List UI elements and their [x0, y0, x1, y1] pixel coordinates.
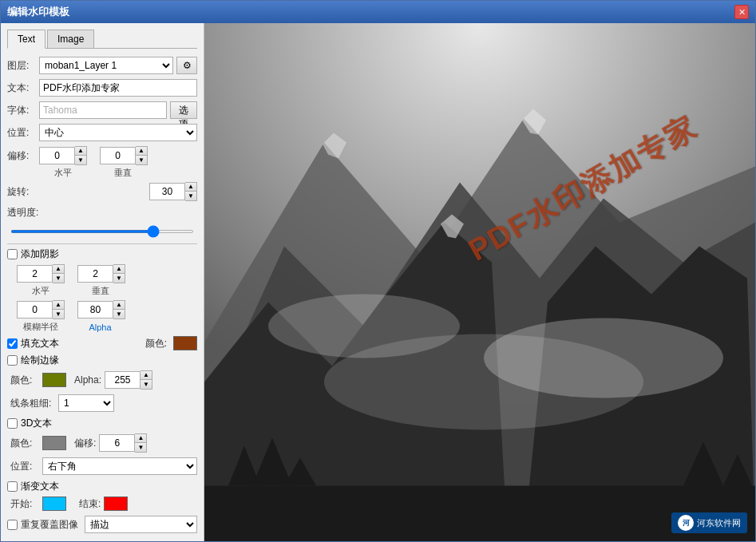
repeat-checkbox[interactable]: [7, 520, 18, 530]
shadow-h-down[interactable]: ▼: [53, 274, 64, 283]
gear-button[interactable]: ⚙: [176, 57, 197, 74]
3d-color-label: 颜色:: [10, 437, 42, 450]
shadow-blur-input[interactable]: [17, 301, 53, 318]
rotation-up[interactable]: ▲: [185, 183, 196, 192]
mountain-svg: [204, 23, 755, 541]
stroke-alpha-input[interactable]: [105, 371, 141, 389]
gradient-start-swatch[interactable]: [42, 497, 66, 511]
rotation-label: 旋转:: [7, 185, 39, 199]
stroke-alpha-up[interactable]: ▲: [141, 371, 152, 380]
offset-h-label: 水平: [39, 167, 86, 179]
3d-offset-spinner: ▲ ▼: [99, 433, 147, 453]
offset-h-down[interactable]: ▼: [75, 156, 86, 164]
text-label: 文本:: [7, 81, 39, 95]
stroke-label: 绘制边缘: [21, 354, 59, 367]
fill-color-label: 颜色:: [145, 337, 167, 350]
opacity-slider[interactable]: [10, 230, 194, 233]
close-button[interactable]: ✕: [734, 5, 749, 19]
svg-point-10: [324, 334, 643, 430]
repeat-label: 重复覆盖图像: [21, 518, 78, 532]
text-row: 文本:: [7, 79, 197, 97]
stroke-alpha-btns: ▲ ▼: [141, 370, 152, 390]
shadow-alpha-label: Alpha: [77, 322, 124, 332]
text-input[interactable]: [39, 79, 197, 97]
shadow-h-input[interactable]: [17, 265, 53, 283]
font-options-button[interactable]: 选项: [170, 101, 197, 119]
stroke-color-row: 颜色: Alpha: ▲ ▼: [10, 370, 197, 390]
gradient-start-label: 开始:: [10, 497, 42, 511]
left-panel: Text Image 图层: moban1_Layer 1 ⚙ 文本:: [1, 23, 204, 541]
font-input[interactable]: [39, 101, 167, 119]
offset-v-down[interactable]: ▼: [136, 156, 147, 164]
3d-checkbox[interactable]: [7, 418, 18, 429]
logo-text: 河东软件网: [697, 517, 741, 529]
position-select[interactable]: 中心: [39, 124, 197, 141]
shadow-h-btns: ▲ ▼: [53, 264, 65, 283]
rotation-row: 旋转: ▲ ▼: [7, 182, 197, 201]
fill-checkbox[interactable]: [7, 338, 18, 349]
shadow-alpha-input[interactable]: [77, 301, 113, 318]
tab-image[interactable]: Image: [47, 30, 94, 48]
shadow-alpha-down[interactable]: ▼: [113, 310, 125, 318]
3d-offset-btns: ▲ ▼: [135, 433, 147, 453]
position-label: 位置:: [7, 126, 39, 140]
shadow-v-up[interactable]: ▲: [113, 265, 125, 274]
3d-offset-input[interactable]: [99, 434, 135, 452]
shadow-h-up[interactable]: ▲: [53, 265, 64, 274]
shadow-h-spinner: ▲ ▼: [17, 264, 65, 283]
3d-position-row: 位置: 右下角: [10, 457, 197, 475]
gradient-checkbox-row: 渐变文本: [7, 480, 197, 493]
stroke-checkbox[interactable]: [7, 355, 18, 366]
main-window: 编辑水印模板 ✕ Text Image 图层: moban1_Layer 1: [0, 0, 756, 542]
titlebar: 编辑水印模板 ✕: [1, 1, 755, 23]
tab-text[interactable]: Text: [7, 30, 46, 49]
3d-offset-label: 偏移:: [74, 437, 96, 450]
3d-position-select[interactable]: 右下角: [42, 457, 197, 475]
offset-v-up[interactable]: ▲: [136, 147, 147, 156]
shadow-v-down[interactable]: ▼: [113, 274, 125, 283]
stroke-alpha-down[interactable]: ▼: [141, 380, 152, 389]
shadow-alpha-up[interactable]: ▲: [113, 301, 125, 310]
3d-checkbox-row: 3D文本: [7, 417, 197, 430]
shadow-blur-up[interactable]: ▲: [53, 301, 64, 310]
shadow-alpha-btns: ▲ ▼: [113, 300, 125, 319]
offset-v-label: 垂直: [99, 167, 146, 179]
layer-select[interactable]: moban1_Layer 1: [39, 57, 173, 74]
shadow-hv-row: ▲ ▼ ▲ ▼: [10, 264, 197, 283]
offset-h-up[interactable]: ▲: [75, 147, 86, 156]
rotation-input[interactable]: [149, 183, 185, 200]
shadow-hv-labels: 水平 垂直: [10, 285, 197, 297]
shadow-blur-alpha-labels: 模糊半径 Alpha: [10, 321, 197, 333]
shadow-h-label: 水平: [17, 285, 64, 297]
layer-row: 图层: moban1_Layer 1 ⚙: [7, 57, 197, 74]
offset-label: 偏移:: [7, 149, 39, 163]
offset-sublabels: 水平 垂直: [7, 167, 197, 179]
3d-offset-up[interactable]: ▲: [135, 434, 146, 443]
mountain-background: [204, 23, 755, 541]
gradient-checkbox[interactable]: [7, 481, 18, 492]
gradient-end-swatch[interactable]: [104, 497, 128, 511]
stroke-width-select[interactable]: 1: [58, 394, 114, 412]
offset-v-input[interactable]: [100, 147, 136, 164]
shadow-blur-row: ▲ ▼ ▲ ▼: [10, 300, 197, 319]
opacity-row: 透明度:: [7, 206, 197, 220]
3d-offset-down[interactable]: ▼: [135, 443, 146, 452]
stroke-checkbox-row: 绘制边缘: [7, 354, 197, 367]
repeat-select[interactable]: 描边: [85, 516, 197, 533]
layer-label: 图层:: [7, 59, 39, 73]
position-row: 位置: 中心: [7, 124, 197, 141]
content-area: Text Image 图层: moban1_Layer 1 ⚙ 文本:: [1, 23, 755, 541]
shadow-v-btns: ▲ ▼: [113, 264, 125, 283]
shadow-v-input[interactable]: [77, 265, 113, 283]
rotation-down[interactable]: ▼: [185, 192, 196, 200]
offset-h-input[interactable]: [39, 147, 75, 164]
stroke-color-swatch[interactable]: [42, 373, 66, 387]
rotation-spinner: ▲ ▼: [149, 182, 197, 201]
shadow-checkbox[interactable]: [7, 249, 18, 259]
shadow-blur-down[interactable]: ▼: [53, 310, 64, 318]
shadow-v-spinner: ▲ ▼: [77, 264, 125, 283]
gradient-label: 渐变文本: [21, 480, 59, 493]
fill-color-swatch[interactable]: [173, 336, 197, 350]
3d-color-swatch[interactable]: [42, 436, 66, 450]
window-title: 编辑水印模板: [7, 5, 69, 19]
